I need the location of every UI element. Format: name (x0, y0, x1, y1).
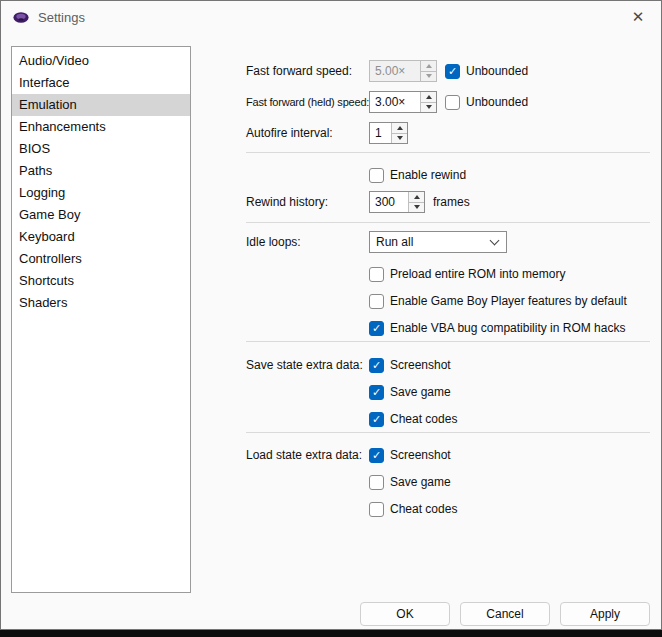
apply-button[interactable]: Apply (560, 602, 650, 626)
load-savegame-row: ✓ Save game (369, 470, 650, 494)
fast-forward-speed-value: 5.00× (370, 61, 420, 81)
separator (246, 432, 650, 433)
dialog-button-bar: OK Cancel Apply (1, 602, 650, 626)
fast-forward-held-speed-value: 3.00× (370, 92, 420, 112)
checkbox-icon: ✓ (445, 64, 460, 79)
settings-window: Settings ✕ Audio/Video Interface Emulati… (0, 0, 662, 630)
rewind-history-spinbox[interactable]: 300 (369, 191, 425, 213)
checkbox-label: Unbounded (466, 64, 528, 78)
sidebar-item-emulation[interactable]: Emulation (12, 94, 190, 116)
checkbox-icon: ✓ (445, 95, 460, 110)
checkbox-icon: ✓ (369, 412, 384, 427)
checkbox-icon: ✓ (369, 448, 384, 463)
check-icon: ✓ (372, 450, 381, 461)
spin-down-button[interactable] (421, 102, 436, 113)
save-savegame-row: ✓ Save game (369, 380, 650, 404)
separator (246, 341, 650, 342)
screenshot-root: Settings ✕ Audio/Video Interface Emulati… (0, 0, 662, 637)
spin-buttons (408, 192, 424, 212)
sidebar-item-game-boy[interactable]: Game Boy (12, 204, 190, 226)
settings-category-list: Audio/Video Interface Emulation Enhancem… (11, 46, 191, 593)
save-screenshot-checkbox[interactable]: ✓ Screenshot (369, 358, 451, 373)
ok-button[interactable]: OK (360, 602, 450, 626)
check-icon: ✓ (372, 414, 381, 425)
spin-up-button[interactable] (409, 192, 424, 202)
autofire-interval-value: 1 (370, 123, 391, 143)
spin-up-icon (414, 195, 420, 199)
fast-forward-speed-row: Fast forward speed: 5.00× ✓ Unbounded (246, 59, 650, 83)
fast-forward-held-unbounded-checkbox[interactable]: ✓ Unbounded (445, 95, 528, 110)
fast-forward-unbounded-checkbox[interactable]: ✓ Unbounded (445, 64, 528, 79)
idle-loops-label: Idle loops: (246, 235, 369, 249)
idle-loops-dropdown[interactable]: Run all (369, 231, 507, 253)
sidebar-item-shortcuts[interactable]: Shortcuts (12, 270, 190, 292)
vba-bug-checkbox[interactable]: ✓ Enable VBA bug compatibility in ROM ha… (369, 321, 625, 336)
checkbox-label: Cheat codes (390, 502, 457, 516)
fast-forward-held-speed-label: Fast forward (held) speed: (246, 96, 369, 108)
load-screenshot-checkbox[interactable]: ✓ Screenshot (369, 448, 451, 463)
spin-up-icon (397, 126, 403, 130)
spin-down-button[interactable] (392, 133, 407, 144)
cancel-button[interactable]: Cancel (460, 602, 550, 626)
separator (246, 222, 650, 223)
spin-buttons (391, 123, 407, 143)
save-savegame-checkbox[interactable]: ✓ Save game (369, 385, 451, 400)
check-icon: ✓ (372, 360, 381, 371)
load-cheatcodes-row: ✓ Cheat codes (369, 497, 650, 521)
preload-rom-checkbox[interactable]: ✓ Preload entire ROM into memory (369, 267, 565, 282)
save-state-row: Save state extra data: ✓ Screenshot (246, 353, 650, 377)
spin-up-button (421, 61, 436, 71)
sidebar-item-logging[interactable]: Logging (12, 182, 190, 204)
sidebar-item-controllers[interactable]: Controllers (12, 248, 190, 270)
checkbox-label: Preload entire ROM into memory (390, 267, 565, 281)
close-icon: ✕ (632, 8, 645, 26)
save-cheatcodes-row: ✓ Cheat codes (369, 407, 650, 431)
fast-forward-held-speed-spinbox[interactable]: 3.00× (369, 91, 437, 113)
autofire-interval-spinbox[interactable]: 1 (369, 122, 408, 144)
fast-forward-held-speed-row: Fast forward (held) speed: 3.00× ✓ Unbou… (246, 90, 650, 114)
rewind-history-label: Rewind history: (246, 195, 369, 209)
rewind-history-value: 300 (370, 192, 408, 212)
checkbox-icon: ✓ (369, 358, 384, 373)
sidebar-item-bios[interactable]: BIOS (12, 138, 190, 160)
check-icon: ✓ (372, 323, 381, 334)
spin-up-icon (426, 64, 432, 68)
gb-player-checkbox[interactable]: ✓ Enable Game Boy Player features by def… (369, 294, 627, 309)
checkbox-label: Screenshot (390, 358, 451, 372)
spin-down-button[interactable] (409, 202, 424, 213)
titlebar[interactable]: Settings ✕ (1, 1, 661, 33)
spin-down-icon (414, 205, 420, 209)
checkbox-label: Cheat codes (390, 412, 457, 426)
spin-up-button[interactable] (421, 92, 436, 102)
checkbox-icon: ✓ (369, 321, 384, 336)
spin-down-button (421, 71, 436, 82)
rewind-history-row: Rewind history: 300 frames (246, 190, 650, 214)
emulation-panel: Fast forward speed: 5.00× ✓ Unbounded Fa… (246, 46, 650, 556)
sidebar-item-keyboard[interactable]: Keyboard (12, 226, 190, 248)
sidebar-item-enhancements[interactable]: Enhancements (12, 116, 190, 138)
sidebar-item-paths[interactable]: Paths (12, 160, 190, 182)
vba-bug-row: ✓ Enable VBA bug compatibility in ROM ha… (369, 316, 650, 340)
gb-player-row: ✓ Enable Game Boy Player features by def… (369, 289, 650, 313)
idle-loops-row: Idle loops: Run all (246, 230, 650, 254)
sidebar-item-audio-video[interactable]: Audio/Video (12, 50, 190, 72)
spin-up-button[interactable] (392, 123, 407, 133)
close-button[interactable]: ✕ (615, 1, 661, 33)
checkbox-label: Save game (390, 475, 451, 489)
mgba-app-icon (13, 9, 29, 25)
separator (246, 152, 650, 153)
sidebar-item-shaders[interactable]: Shaders (12, 292, 190, 314)
bottom-edge (0, 630, 662, 637)
sidebar-item-interface[interactable]: Interface (12, 72, 190, 94)
save-cheatcodes-checkbox[interactable]: ✓ Cheat codes (369, 412, 457, 427)
frames-suffix-label: frames (433, 195, 470, 209)
spin-buttons (420, 61, 436, 81)
enable-rewind-checkbox[interactable]: ✓ Enable rewind (369, 168, 466, 183)
chevron-down-icon (490, 236, 500, 246)
window-title: Settings (38, 10, 85, 25)
load-savegame-checkbox[interactable]: ✓ Save game (369, 475, 451, 490)
load-cheatcodes-checkbox[interactable]: ✓ Cheat codes (369, 502, 457, 517)
spin-down-icon (426, 74, 432, 78)
spin-down-icon (397, 136, 403, 140)
idle-loops-selected-value: Run all (376, 235, 413, 249)
